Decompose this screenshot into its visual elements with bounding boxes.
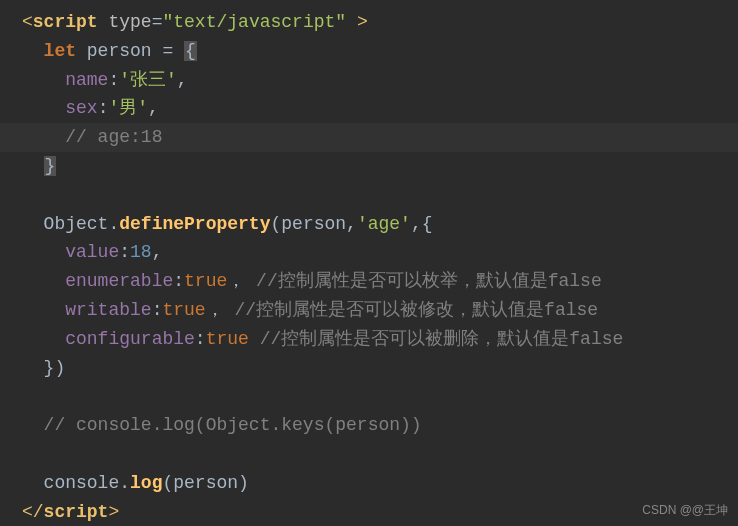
code-line: }: [0, 152, 738, 181]
code-line: Object.defineProperty(person,'age',{: [0, 210, 738, 239]
code-line: </script>: [0, 498, 738, 526]
func-defineproperty: defineProperty: [119, 214, 270, 234]
code-line: writable:true， //控制属性是否可以被修改，默认值是false: [0, 296, 738, 325]
bool-true: true: [184, 271, 227, 291]
brace-highlight: }: [44, 156, 57, 176]
prop-name: name: [65, 70, 108, 90]
string: '男': [108, 98, 148, 118]
code-line: // console.log(Object.keys(person)): [0, 411, 738, 440]
code-line: name:'张三',: [0, 66, 738, 95]
keyword-let: let: [44, 41, 76, 61]
comment: // age:18: [65, 127, 162, 147]
tag-name: script: [33, 12, 98, 32]
comment: //控制属性是否可以被修改，默认值是false: [234, 300, 598, 320]
code-line: configurable:true //控制属性是否可以被删除，默认值是fals…: [0, 325, 738, 354]
code-editor: <script type="text/javascript" > let per…: [0, 0, 738, 526]
brace-highlight: {: [184, 41, 197, 61]
bool-true: true: [162, 300, 205, 320]
attr-name: type: [108, 12, 151, 32]
number: 18: [130, 242, 152, 262]
console-ref: console: [44, 473, 120, 493]
code-line-blank: [0, 382, 738, 411]
code-line: let person = {: [0, 37, 738, 66]
tag-open: <: [22, 12, 33, 32]
tag-name: script: [44, 502, 109, 522]
code-line-active: // age:18: [0, 123, 738, 152]
code-line: console.log(person): [0, 469, 738, 498]
watermark: CSDN @@王坤: [642, 501, 728, 520]
code-line: }): [0, 354, 738, 383]
tag-close: </: [22, 502, 44, 522]
prop-value: value: [65, 242, 119, 262]
string: '张三': [119, 70, 177, 90]
bool-true: true: [206, 329, 249, 349]
code-line-blank: [0, 440, 738, 469]
comment: // console.log(Object.keys(person)): [44, 415, 422, 435]
attr-value: "text/javascript": [162, 12, 346, 32]
code-line: <script type="text/javascript" >: [0, 8, 738, 37]
code-line-blank: [0, 181, 738, 210]
code-line: sex:'男',: [0, 94, 738, 123]
object-ref: Object: [44, 214, 109, 234]
prop-configurable: configurable: [65, 329, 195, 349]
comment: //控制属性是否可以枚举，默认值是false: [256, 271, 602, 291]
func-log: log: [130, 473, 162, 493]
code-line: value:18,: [0, 238, 738, 267]
prop-sex: sex: [65, 98, 97, 118]
code-line: enumerable:true， //控制属性是否可以枚举，默认值是false: [0, 267, 738, 296]
comment: //控制属性是否可以被删除，默认值是false: [249, 329, 623, 349]
prop-enumerable: enumerable: [65, 271, 173, 291]
prop-writable: writable: [65, 300, 151, 320]
